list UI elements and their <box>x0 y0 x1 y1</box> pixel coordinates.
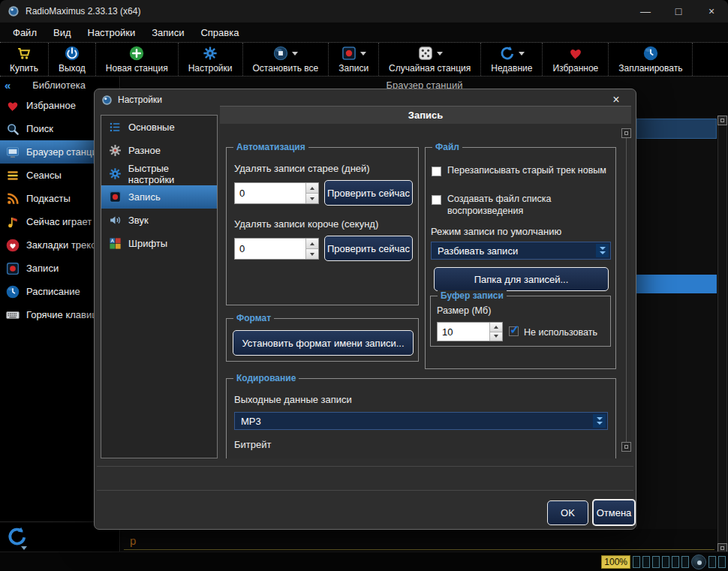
tab-sound[interactable]: Звук <box>101 209 217 232</box>
app-logo-icon <box>101 95 113 106</box>
status-circle-button[interactable] <box>691 554 706 569</box>
menu-view[interactable]: Вид <box>45 24 80 41</box>
menu-help[interactable]: Справка <box>192 24 247 41</box>
toolbar-schedule[interactable]: Запланировать <box>609 43 693 76</box>
panel-divider <box>124 549 714 550</box>
ok-button[interactable]: OK <box>547 500 588 525</box>
level-meter-cell <box>672 556 679 568</box>
dialog-vertical-scrollbar[interactable] <box>621 128 631 452</box>
spin-down-button[interactable] <box>490 332 502 341</box>
dialog-separator <box>97 466 633 467</box>
spin-up-button[interactable] <box>306 239 318 249</box>
close-button[interactable]: × <box>695 0 728 23</box>
group-record-buffer: Буфер записи Размер (Мб) ✓ Не использова… <box>430 296 611 347</box>
toolbar-buy[interactable]: Купить <box>0 43 49 76</box>
station-list-panel <box>636 117 717 529</box>
toolbar-stop-all-label: Остановить все <box>253 63 319 74</box>
scroll-up-button[interactable] <box>717 116 727 125</box>
sidebar-item-label: Сеансы <box>26 170 62 181</box>
zoom-level: 100% <box>601 555 630 569</box>
spin-down-button[interactable] <box>306 194 318 203</box>
menu-recordings[interactable]: Записи <box>143 24 192 41</box>
toolbar-stop-all[interactable]: Остановить все <box>243 43 329 76</box>
toolbar-random-station[interactable]: Случайная станция <box>379 43 481 76</box>
record-icon <box>341 45 357 62</box>
page-title: Запись <box>220 106 631 124</box>
menu-file[interactable]: Файл <box>5 24 45 41</box>
toolbar: Купить Выход Новая станция Настройки Ост… <box>0 42 728 77</box>
delete-older-input[interactable] <box>235 183 305 203</box>
sidebar-item-label: Поиск <box>26 123 53 134</box>
toolbar-exit[interactable]: Выход <box>49 43 96 76</box>
toolbar-recent[interactable]: Недавние <box>481 43 543 76</box>
group-automation: Автоматизация Удалять записи старее (дне… <box>226 147 419 305</box>
tab-quick-settings[interactable]: Быстрые настройки <box>101 162 217 185</box>
output-format-dropdown[interactable]: MP3 <box>234 412 608 430</box>
delete-shorter-input[interactable] <box>235 239 305 259</box>
heart-icon <box>567 45 584 62</box>
spin-down-button[interactable] <box>306 249 318 259</box>
sidebar-item-label: Подкасты <box>26 193 71 204</box>
dropdown-arrow-icon <box>292 52 298 56</box>
menu-settings[interactable]: Настройки <box>80 24 144 41</box>
spinner-buttons <box>305 183 318 203</box>
toolbar-schedule-label: Запланировать <box>618 63 682 74</box>
buffer-size-input[interactable] <box>438 323 489 341</box>
tab-recording[interactable]: Запись <box>101 185 217 209</box>
refresh-icon[interactable] <box>6 525 29 548</box>
main-vertical-scrollbar[interactable] <box>717 116 727 553</box>
dialog-title: Настройки <box>118 95 162 105</box>
tab-general[interactable]: Основные <box>101 116 217 139</box>
dropdown-chevrons-icon <box>593 414 606 428</box>
buffer-disable-checkbox[interactable]: ✓ <box>509 326 519 336</box>
recordings-folder-button[interactable]: Папка для записей... <box>434 267 609 291</box>
delete-older-label: Удалять записи старее (дней) <box>234 163 370 174</box>
group-format: Формат Установить формат имени записи... <box>226 318 419 362</box>
toolbar-buy-label: Купить <box>10 63 38 74</box>
checkmark-icon: ✓ <box>510 323 519 337</box>
toolbar-settings[interactable]: Настройки <box>179 43 243 76</box>
maximize-button[interactable]: □ <box>662 0 695 23</box>
tab-misc[interactable]: Разное <box>101 139 217 162</box>
group-title: Автоматизация <box>233 142 308 152</box>
statusbar: 100% <box>0 551 728 571</box>
bitrate-label: Битрейт <box>234 439 271 450</box>
buffer-size-label: Размер (Мб) <box>437 305 491 316</box>
level-meter-cell <box>652 556 660 568</box>
minimize-button[interactable]: — <box>629 0 662 23</box>
dropdown-arrow-icon <box>519 52 525 56</box>
station-list-column-header[interactable] <box>636 119 717 139</box>
scroll-track[interactable] <box>626 138 627 443</box>
dropdown-arrow-icon[interactable] <box>21 546 27 550</box>
window-title: RadioMaximus 2.33.13 (x64) <box>26 6 140 17</box>
station-list-selected-row[interactable] <box>636 275 717 293</box>
default-mode-dropdown[interactable]: Разбивать записи <box>431 242 611 260</box>
level-meter-cell <box>708 556 716 568</box>
spin-up-button[interactable] <box>490 323 502 332</box>
toolbar-exit-label: Выход <box>59 63 86 74</box>
buffer-size-spinner <box>437 322 503 341</box>
playlist-checkbox[interactable] <box>432 195 441 205</box>
toolbar-favorites-label: Избранное <box>552 63 598 74</box>
toolbar-favorites[interactable]: Избранное <box>543 43 609 76</box>
check-now-button-2[interactable]: Проверить сейчас <box>324 236 413 261</box>
window-controls: — □ × <box>629 0 728 23</box>
scroll-up-button[interactable] <box>621 128 631 138</box>
group-title: Файл <box>432 142 462 152</box>
spin-up-button[interactable] <box>306 183 318 194</box>
gear-icon <box>108 167 122 181</box>
partial-text-fragment: p <box>130 534 136 547</box>
gear-icon <box>202 45 218 62</box>
tab-fonts[interactable]: Шрифты <box>101 232 217 255</box>
toolbar-new-station[interactable]: Новая станция <box>96 43 179 76</box>
scroll-down-button[interactable] <box>621 442 631 452</box>
set-name-format-button[interactable]: Установить формат имени записи... <box>233 330 414 356</box>
spinner-buttons <box>305 239 318 259</box>
check-now-button-1[interactable]: Проверить сейчас <box>324 180 413 206</box>
toolbar-recordings[interactable]: Записи <box>329 43 379 76</box>
speaker-icon <box>108 213 122 227</box>
sidebar-collapse-button[interactable]: « <box>0 79 15 92</box>
cancel-button[interactable]: Отмена <box>592 499 636 526</box>
dialog-separator <box>97 490 633 491</box>
overwrite-checkbox[interactable] <box>432 167 441 176</box>
